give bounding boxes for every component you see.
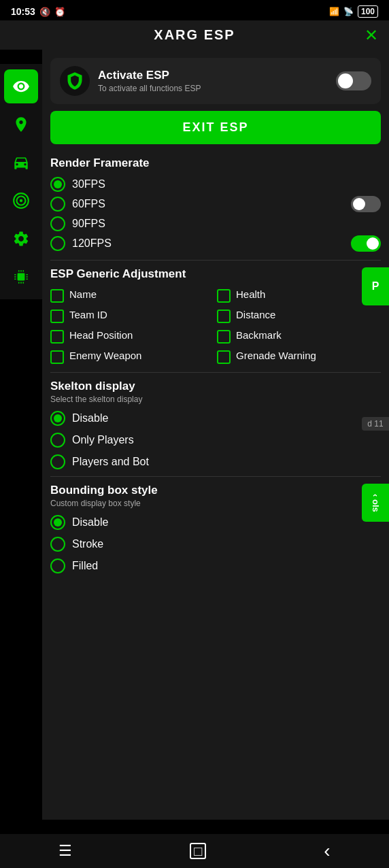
- radio-bbox-filled[interactable]: [50, 558, 65, 573]
- esp-item-teamid[interactable]: Team ID: [50, 308, 214, 323]
- fps-row-30: 30FPS: [50, 177, 381, 192]
- checkbox-backmark[interactable]: [217, 330, 231, 344]
- esp-item-distance[interactable]: Distance: [217, 308, 381, 323]
- fps-90-label: 90FPS: [72, 218, 105, 230]
- esp-item-name[interactable]: Name: [50, 288, 214, 303]
- wifi-icon: 📡: [343, 7, 354, 16]
- bbox-stroke-option[interactable]: Stroke: [50, 537, 103, 552]
- fps-60-toggle-knob: [353, 198, 365, 210]
- fps-30-option[interactable]: 30FPS: [50, 177, 105, 192]
- esp-generic-title: ESP Generic Adjustment: [50, 267, 381, 281]
- svg-point-2: [20, 199, 22, 202]
- sidebar-item-target[interactable]: [4, 184, 38, 218]
- divider-2: [50, 372, 381, 373]
- checkbox-name[interactable]: [50, 289, 64, 303]
- skelton-disable-label: Disable: [72, 412, 108, 424]
- esp-item-headposition[interactable]: Head Position: [50, 329, 214, 344]
- fps-section: 30FPS 60FPS 90FPS 120FPS: [50, 177, 381, 252]
- fps-30-label: 30FPS: [72, 178, 105, 190]
- radio-90fps[interactable]: [50, 216, 65, 231]
- skelton-playersbot-option[interactable]: Players and Bot: [50, 454, 149, 469]
- nav-home-button[interactable]: □: [190, 843, 206, 859]
- sidebar-item-car[interactable]: [4, 146, 38, 180]
- esp-item-health[interactable]: Health: [217, 288, 381, 303]
- checkbox-grenadewarning[interactable]: [217, 350, 231, 364]
- esp-item-backmark[interactable]: Backmark: [217, 329, 381, 344]
- checkbox-teamid[interactable]: [50, 310, 64, 323]
- status-right: 📶 📡 100: [329, 5, 378, 18]
- mute-icon: 🔇: [39, 7, 50, 17]
- skelton-playersbot-row: Players and Bot: [50, 454, 381, 469]
- esp-item-grenadewarning[interactable]: Grenade Warning: [217, 349, 381, 364]
- fps-120-toggle-knob: [367, 237, 379, 250]
- checkbox-distance[interactable]: [217, 310, 231, 323]
- radio-skelton-playersbot[interactable]: [50, 454, 65, 469]
- bounding-box-options: Disable Stroke Filled: [50, 515, 381, 573]
- skelton-disable-row: Disable: [50, 411, 381, 426]
- radio-bbox-disable[interactable]: [50, 515, 65, 530]
- activate-esp-icon: [60, 66, 90, 96]
- radio-30fps[interactable]: [50, 177, 65, 192]
- checkbox-health[interactable]: [217, 289, 231, 303]
- checkbox-health-label: Health: [236, 288, 265, 301]
- float-tools-button[interactable]: ‹ ols: [362, 484, 389, 522]
- radio-bbox-stroke[interactable]: [50, 537, 65, 552]
- bbox-stroke-label: Stroke: [72, 538, 103, 550]
- app-title: XARG ESP: [154, 27, 235, 43]
- bbox-disable-label: Disable: [72, 516, 108, 529]
- checkbox-headposition[interactable]: [50, 330, 64, 344]
- fps-120-toggle[interactable]: [351, 235, 381, 252]
- skelton-onlyplayers-option[interactable]: Only Players: [50, 433, 134, 448]
- esp-item-enemyweapon[interactable]: Enemy Weapon: [50, 349, 214, 364]
- activate-esp-subtitle: To activate all functions ESP: [98, 84, 328, 93]
- sidebar-item-chip[interactable]: [4, 260, 38, 294]
- activate-esp-toggle[interactable]: [336, 71, 371, 90]
- battery-label: 100: [358, 5, 378, 18]
- bbox-disable-row: Disable: [50, 515, 381, 530]
- render-framerate-title: Render Framerate: [50, 156, 381, 170]
- checkbox-teamid-label: Team ID: [69, 308, 107, 322]
- fps-120-option[interactable]: 120FPS: [50, 236, 112, 251]
- activate-esp-text: Activate ESP To activate all functions E…: [98, 69, 328, 93]
- checkbox-enemyweapon-label: Enemy Weapon: [69, 349, 141, 363]
- sidebar-item-location[interactable]: [4, 107, 38, 141]
- exit-esp-button[interactable]: EXIT ESP: [50, 111, 381, 144]
- activate-esp-card: Activate ESP To activate all functions E…: [50, 58, 381, 104]
- bbox-filled-label: Filled: [72, 560, 98, 572]
- bottom-spacer: [50, 580, 381, 621]
- fps-60-option[interactable]: 60FPS: [50, 197, 105, 212]
- checkbox-enemyweapon[interactable]: [50, 350, 64, 364]
- fps-120-label: 120FPS: [72, 237, 112, 250]
- bbox-stroke-row: Stroke: [50, 537, 381, 552]
- nav-menu-button[interactable]: ☰: [58, 842, 72, 860]
- bounding-box-title: Bounding box style: [50, 484, 381, 497]
- bbox-filled-option[interactable]: Filled: [50, 558, 98, 573]
- close-button[interactable]: ✕: [365, 26, 378, 45]
- svg-rect-3: [18, 273, 25, 281]
- fps-60-toggle[interactable]: [351, 196, 381, 212]
- activate-esp-title: Activate ESP: [98, 69, 328, 82]
- bbox-disable-option[interactable]: Disable: [50, 515, 108, 530]
- toggle-knob: [338, 73, 353, 88]
- skelton-disable-option[interactable]: Disable: [50, 411, 108, 426]
- nav-back-button[interactable]: ‹: [324, 840, 330, 862]
- sidebar: [0, 64, 42, 299]
- top-bar: XARG ESP ✕: [0, 20, 389, 50]
- fps-90-option[interactable]: 90FPS: [50, 216, 105, 231]
- esp-grid: Name Health Team ID Distance Head Positi…: [50, 288, 381, 364]
- radio-skelton-onlyplayers[interactable]: [50, 433, 65, 448]
- float-d11-label: d 11: [362, 417, 389, 431]
- divider-1: [50, 260, 381, 261]
- bounding-box-subtitle: Custom display box style: [50, 499, 381, 508]
- sidebar-item-eye[interactable]: [4, 69, 38, 103]
- radio-60fps[interactable]: [50, 197, 65, 212]
- sidebar-item-settings[interactable]: [4, 222, 38, 256]
- radio-skelton-disable[interactable]: [50, 411, 65, 426]
- float-p-button[interactable]: P: [362, 267, 389, 305]
- radio-120fps[interactable]: [50, 236, 65, 251]
- fps-row-90: 90FPS: [50, 216, 381, 231]
- bounding-box-section: ‹ ols Bounding box style Custom display …: [50, 484, 381, 573]
- status-bar: 10:53 🔇 ⏰ 📶 📡 100: [0, 0, 389, 20]
- fps-row-60: 60FPS: [50, 196, 381, 212]
- main-content: Activate ESP To activate all functions E…: [42, 50, 389, 820]
